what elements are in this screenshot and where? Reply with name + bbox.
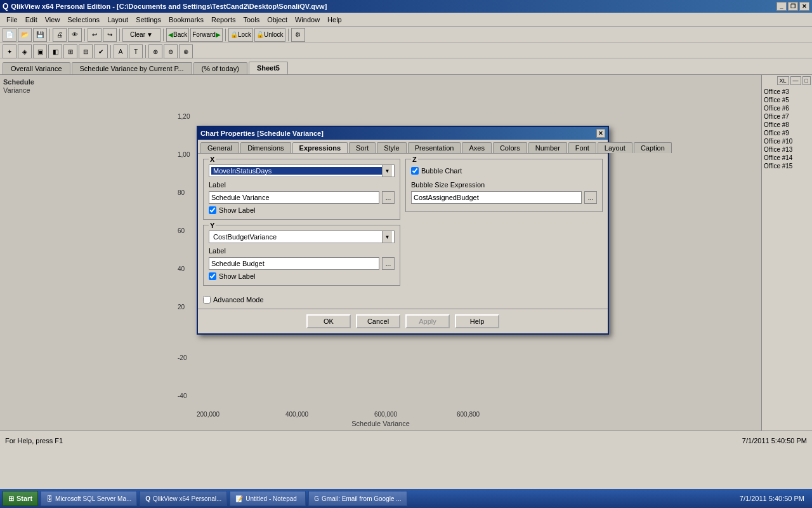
panel-maximize-btn[interactable]: □ <box>802 76 811 85</box>
back-button[interactable]: ◀ Back <box>166 28 189 42</box>
preview-button[interactable]: 👁 <box>68 28 82 42</box>
tb2-btn9[interactable]: T <box>129 44 143 58</box>
lock-button[interactable]: 🔒 Lock <box>228 28 253 42</box>
tb2-btn4[interactable]: ◧ <box>48 44 62 58</box>
dialog-tab-axes[interactable]: Axes <box>462 142 491 153</box>
cancel-button[interactable]: Cancel <box>356 314 400 328</box>
office-10[interactable]: Office #10 <box>763 137 811 145</box>
start-button[interactable]: ⊞ Start <box>3 491 38 506</box>
dialog-tab-font[interactable]: Font <box>568 142 596 153</box>
advanced-mode-checkbox[interactable] <box>203 296 211 304</box>
office-15[interactable]: Office #15 <box>763 162 811 170</box>
bubble-size-input[interactable] <box>411 191 582 204</box>
bubble-size-ellipsis-button[interactable]: ... <box>584 191 597 204</box>
undo-button[interactable]: ↩ <box>88 28 102 42</box>
dialog-tab-sort[interactable]: Sort <box>349 142 376 153</box>
y-dropdown-arrow[interactable]: ▼ <box>382 231 392 243</box>
unlock-button[interactable]: 🔓 Unlock <box>254 28 285 42</box>
tab-overall-variance[interactable]: Overall Variance <box>3 62 70 74</box>
bubble-chart-checkbox[interactable] <box>411 167 419 175</box>
menu-settings[interactable]: Settings <box>132 15 165 25</box>
save-button[interactable]: 💾 <box>33 28 47 42</box>
office-8[interactable]: Office #8 <box>763 121 811 129</box>
x-panel: X MoveInStatusDays ▼ Label <box>203 159 400 220</box>
dialog-tab-caption[interactable]: Caption <box>634 142 672 153</box>
tb2-btn3[interactable]: ▣ <box>33 44 47 58</box>
dialog-tab-number[interactable]: Number <box>528 142 567 153</box>
office-6[interactable]: Office #6 <box>763 104 811 112</box>
dialog-tab-style[interactable]: Style <box>377 142 406 153</box>
menu-help[interactable]: Help <box>324 15 346 25</box>
forward-button[interactable]: Forward ▶ <box>190 28 223 42</box>
taskbar-item-notepad[interactable]: 📝 Untitled - Notepad <box>230 491 306 506</box>
restore-button[interactable]: ❐ <box>788 2 798 11</box>
menu-tools[interactable]: Tools <box>239 15 263 25</box>
x-label-input[interactable] <box>209 191 379 204</box>
y-axis-600: 60 <box>178 227 185 234</box>
dialog-tab-presentation[interactable]: Presentation <box>408 142 461 153</box>
office-7[interactable]: Office #7 <box>763 112 811 121</box>
new-button[interactable]: 📄 <box>3 28 16 42</box>
panel-xl-btn[interactable]: XL <box>777 76 789 85</box>
taskbar-item-qlikview[interactable]: Q QlikView x64 Personal... <box>140 491 227 506</box>
dialog-tab-general[interactable]: General <box>200 142 239 153</box>
tb2-btn7[interactable]: ✔ <box>94 44 108 58</box>
office-5[interactable]: Office #5 <box>763 96 811 104</box>
tb2-btn1[interactable]: ✦ <box>3 44 16 58</box>
office-3[interactable]: Office #3 <box>763 88 811 96</box>
tb2-btn11[interactable]: ⊖ <box>164 44 178 58</box>
dialog-close-button[interactable]: ✕ <box>596 129 605 138</box>
app-icon: Q <box>3 2 8 11</box>
dialog-tab-dimensions[interactable]: Dimensions <box>240 142 291 153</box>
tb2-btn10[interactable]: ⊕ <box>148 44 162 58</box>
office-14[interactable]: Office #14 <box>763 154 811 162</box>
tab-percent-today[interactable]: (% of today) <box>193 62 247 74</box>
sqlserver-icon: 🗄 <box>46 495 53 502</box>
tb2-btn6[interactable]: ⊟ <box>79 44 93 58</box>
close-button[interactable]: ✕ <box>799 2 809 11</box>
office-9[interactable]: Office #9 <box>763 129 811 137</box>
apply-button[interactable]: Apply <box>405 314 450 328</box>
tb2-btn8[interactable]: A <box>114 44 128 58</box>
taskbar-item-gmail[interactable]: G Gmail: Email from Google ... <box>308 491 407 506</box>
dialog-tab-layout[interactable]: Layout <box>598 142 632 153</box>
x-show-label-checkbox[interactable] <box>209 206 216 214</box>
redo-button[interactable]: ↪ <box>103 28 117 42</box>
menu-window[interactable]: Window <box>291 15 324 25</box>
tb2-btn5[interactable]: ⊞ <box>63 44 77 58</box>
dialog-tab-colors[interactable]: Colors <box>493 142 527 153</box>
y-axis-neg400: -40 <box>178 392 187 399</box>
menu-view[interactable]: View <box>41 15 64 25</box>
menu-file[interactable]: File <box>3 15 22 25</box>
print-button[interactable]: 🖨 <box>53 28 67 42</box>
dialog-tab-expressions[interactable]: Expressions <box>292 142 348 153</box>
x-show-label-row: Show Label <box>209 206 395 214</box>
tb2-btn2[interactable]: ◈ <box>18 44 32 58</box>
panel-minimize-btn[interactable]: — <box>790 76 801 85</box>
y-label-ellipsis-button[interactable]: ... <box>382 257 395 270</box>
y-show-label-row: Show Label <box>209 272 395 280</box>
tb2-btn12[interactable]: ⊗ <box>179 44 193 58</box>
menu-object[interactable]: Object <box>263 15 291 25</box>
office-13[interactable]: Office #13 <box>763 145 811 154</box>
y-show-label-checkbox[interactable] <box>209 272 216 280</box>
help-button[interactable]: Help <box>455 314 499 328</box>
tab-schedule-variance[interactable]: Schedule Variance by Current P... <box>72 62 192 74</box>
minimize-button[interactable]: _ <box>776 2 787 11</box>
ok-button[interactable]: OK <box>306 314 351 328</box>
x-dropdown[interactable]: MoveInStatusDays ▼ <box>209 164 395 177</box>
menu-edit[interactable]: Edit <box>22 15 41 25</box>
menu-selections[interactable]: Selections <box>63 15 103 25</box>
y-dropdown[interactable]: CostBudgetVariance ▼ <box>209 231 395 243</box>
menu-reports[interactable]: Reports <box>207 15 240 25</box>
extra-1[interactable]: ⚙ <box>291 28 305 42</box>
tab-sheet5[interactable]: Sheet5 <box>249 62 288 74</box>
clear-dropdown[interactable]: Clear ▼ <box>122 28 160 42</box>
taskbar-item-sqlserver[interactable]: 🗄 Microsoft SQL Server Ma... <box>41 491 137 506</box>
y-label-input[interactable] <box>209 257 379 270</box>
x-dropdown-arrow[interactable]: ▼ <box>382 165 392 177</box>
open-button[interactable]: 📂 <box>18 28 32 42</box>
menu-layout[interactable]: Layout <box>103 15 132 25</box>
x-label-ellipsis-button[interactable]: ... <box>382 191 395 204</box>
menu-bookmarks[interactable]: Bookmarks <box>165 15 207 25</box>
